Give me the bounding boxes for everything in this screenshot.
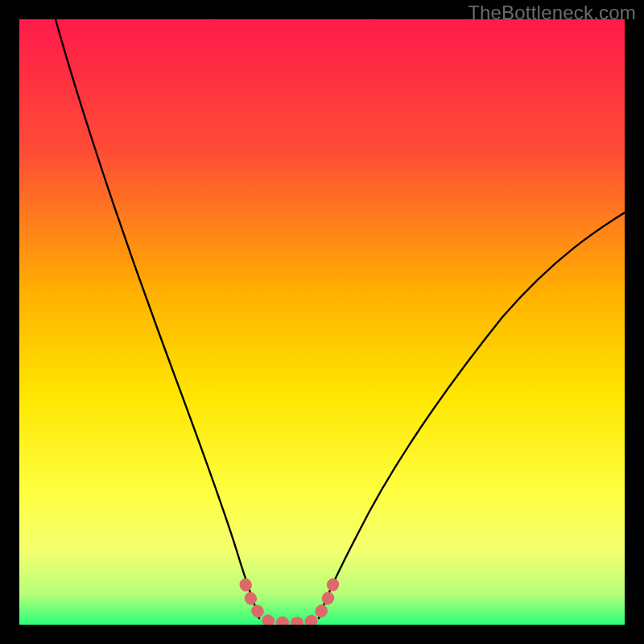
bottleneck-chart: [19, 19, 625, 625]
chart-frame: TheBottleneck.com: [0, 0, 644, 644]
watermark-text: TheBottleneck.com: [468, 2, 636, 24]
gradient-background: [19, 19, 625, 625]
